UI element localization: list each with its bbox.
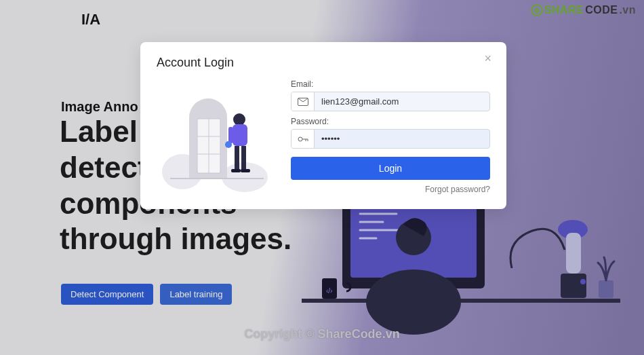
login-illustration [157,77,279,192]
svg-point-30 [225,141,232,148]
svg-rect-24 [233,124,247,146]
email-input-row [291,92,490,111]
svg-point-23 [233,113,245,126]
modal-title: Account Login [157,56,490,70]
email-field[interactable] [315,92,489,111]
forgot-password-link[interactable]: Forgot password? [425,185,490,194]
login-modal: Account Login × Email: [140,42,506,209]
svg-rect-26 [241,146,246,170]
login-form: Email: Password: Login Forgot password? [291,77,490,194]
password-field[interactable] [315,130,489,148]
svg-rect-25 [235,146,239,170]
mail-icon [291,92,315,111]
password-input-row [291,129,490,149]
password-label: Password: [291,117,490,126]
svg-rect-28 [241,169,250,172]
close-icon[interactable]: × [480,52,496,65]
svg-point-33 [298,137,302,141]
login-button[interactable]: Login [291,157,490,180]
email-label: Email: [291,79,490,89]
svg-rect-27 [231,169,241,172]
key-icon [291,130,315,148]
svg-rect-29 [228,127,233,143]
